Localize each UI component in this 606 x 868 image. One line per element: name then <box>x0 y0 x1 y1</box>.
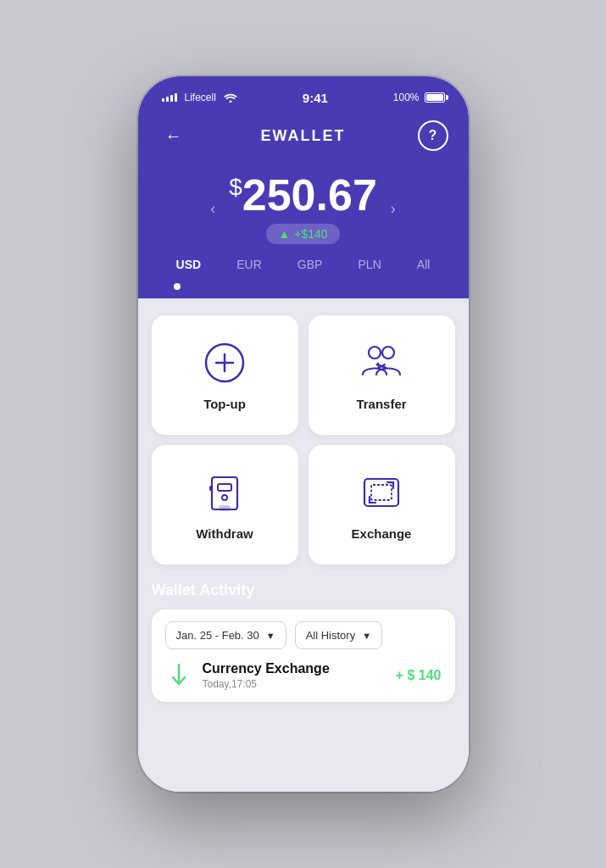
balance-change-value: +$140 <box>294 227 327 241</box>
topup-card[interactable]: Top-up <box>152 315 298 435</box>
svg-point-3 <box>369 347 381 359</box>
status-time: 9:41 <box>303 91 328 105</box>
svg-rect-11 <box>371 485 392 500</box>
transaction-amount: + $ 140 <box>396 668 442 683</box>
date-filter-label: Jan. 25 - Feb. 30 <box>176 629 259 642</box>
balance-amount: $250.67 <box>229 173 377 217</box>
svg-rect-8 <box>220 506 230 510</box>
exchange-icon <box>358 469 405 516</box>
balance-display: $250.67 ▲ +$140 <box>229 173 377 244</box>
battery-icon <box>425 92 445 103</box>
svg-rect-6 <box>218 484 231 491</box>
tab-pln[interactable]: PLN <box>352 256 388 273</box>
transaction-date: Today,17:05 <box>203 678 386 690</box>
status-bar: Lifecell 9:41 100% <box>138 76 469 114</box>
change-arrow-icon: ▲ <box>278 227 290 241</box>
exchange-card[interactable]: Exchange <box>309 445 455 565</box>
phone-shell: Lifecell 9:41 100% ← EWALLET <box>0 0 606 868</box>
transfer-card[interactable]: Transfer <box>309 315 455 435</box>
balance-section: ‹ $250.67 ▲ +$140 › <box>138 164 469 244</box>
withdraw-label: Withdraw <box>196 526 253 541</box>
carrier-label: Lifecell <box>185 92 216 103</box>
next-currency-button[interactable]: › <box>391 200 396 218</box>
phone-frame: Lifecell 9:41 100% ← EWALLET <box>138 76 469 792</box>
history-filter-chevron-icon: ▼ <box>362 631 371 641</box>
date-filter-button[interactable]: Jan. 25 - Feb. 30 ▼ <box>165 621 286 649</box>
balance-row: ‹ $250.67 ▲ +$140 › <box>158 173 448 244</box>
date-filter-chevron-icon: ▼ <box>266 631 275 641</box>
tab-active-dot <box>174 283 181 290</box>
battery-label: 100% <box>393 92 420 103</box>
wallet-activity-section: Wallet Activity Jan. 25 - Feb. 30 ▼ All … <box>152 581 455 702</box>
svg-point-7 <box>222 495 227 500</box>
currency-tabs: USD EUR GBP PLN All <box>138 244 469 278</box>
currency-symbol: $ <box>229 174 242 200</box>
transaction-name: Currency Exchange <box>203 661 386 676</box>
prev-currency-button[interactable]: ‹ <box>210 200 215 218</box>
tab-usd[interactable]: USD <box>170 256 208 273</box>
action-grid: Top-up <box>152 315 455 565</box>
withdraw-card[interactable]: Withdraw <box>152 445 298 565</box>
app-header: ← EWALLET ? <box>138 114 469 164</box>
page-title: EWALLET <box>261 127 346 145</box>
activity-filters: Jan. 25 - Feb. 30 ▼ All History ▼ <box>165 621 442 649</box>
tab-all[interactable]: All <box>410 256 437 273</box>
main-content: Top-up <box>138 298 469 792</box>
wallet-activity-title: Wallet Activity <box>152 581 455 599</box>
back-button[interactable]: ← <box>158 120 189 151</box>
signal-bars-icon <box>162 93 177 102</box>
transfer-label: Transfer <box>356 397 406 411</box>
transaction-item: Currency Exchange Today,17:05 + $ 140 <box>165 661 442 690</box>
svg-point-4 <box>382 347 394 359</box>
svg-rect-9 <box>209 486 212 491</box>
withdraw-icon <box>201 469 248 516</box>
history-filter-label: All History <box>306 629 356 642</box>
balance-change-badge: ▲ +$140 <box>266 224 339 244</box>
transfer-icon <box>358 339 405 387</box>
wifi-icon <box>224 92 237 103</box>
help-button[interactable]: ? <box>418 120 448 151</box>
tab-indicator <box>138 278 469 298</box>
svg-rect-5 <box>212 477 237 509</box>
exchange-label: Exchange <box>352 526 412 541</box>
transaction-info: Currency Exchange Today,17:05 <box>203 661 386 690</box>
topup-label: Top-up <box>203 397 246 411</box>
tab-gbp[interactable]: GBP <box>291 256 330 273</box>
tab-eur[interactable]: EUR <box>230 256 269 273</box>
topup-icon <box>201 339 248 387</box>
activity-card: Jan. 25 - Feb. 30 ▼ All History ▼ <box>152 609 455 702</box>
history-filter-button[interactable]: All History ▼ <box>295 621 382 649</box>
status-left: Lifecell <box>162 92 237 103</box>
transaction-direction-icon <box>165 662 192 689</box>
status-right: 100% <box>393 92 445 103</box>
